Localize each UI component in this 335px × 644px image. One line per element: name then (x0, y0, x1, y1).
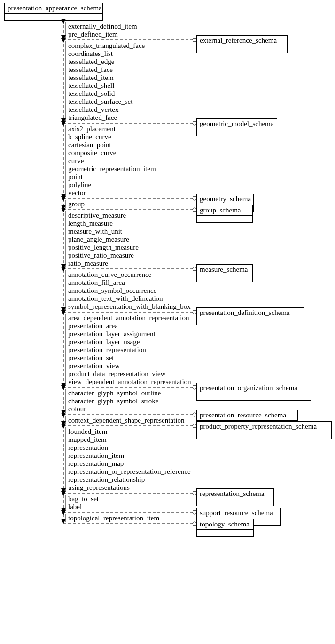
svg-marker-56 (61, 510, 66, 515)
import-item: representation (68, 444, 191, 452)
import-item: plane_angle_measure (68, 236, 139, 243)
import-item: area_dependent_annotation_representation (68, 314, 191, 322)
target-schema-box: topology_schema (196, 519, 254, 537)
import-item: tessellated_surface_set (68, 98, 145, 106)
import-item-list: character_glyph_symbol_outlinecharacter_… (68, 389, 161, 413)
target-schema-title: geometry_schema (197, 194, 253, 204)
import-item: composite_curve (68, 149, 156, 157)
target-schema-title: group_schema (197, 205, 252, 216)
svg-point-49 (193, 491, 196, 495)
import-item: view_dependent_annotation_representation (68, 378, 191, 386)
import-item-list: founded_itemmapped_itemrepresentationrep… (68, 428, 191, 492)
import-item: representation_item (68, 452, 191, 460)
import-item: representation_relationship (68, 476, 191, 484)
target-schema-title: measure_schema (197, 265, 252, 275)
import-item: measure_with_unit (68, 228, 139, 236)
target-schema-title: support_resource_schema (197, 508, 280, 518)
import-item: tessellated_shell (68, 82, 145, 90)
svg-marker-40 (61, 410, 66, 415)
import-item: presentation_view (68, 362, 191, 370)
target-schema-box: external_reference_schema (196, 35, 288, 53)
svg-marker-20 (61, 205, 66, 210)
import-item: pre_defined_item (68, 31, 137, 39)
svg-point-59 (193, 522, 196, 526)
import-item-list: axis2_placementb_spline_curvecartesian_p… (68, 125, 156, 197)
target-schema-title: topology_schema (197, 519, 253, 530)
target-schema-title: presentation_organization_schema (197, 383, 311, 393)
import-item: positive_ratio_measure (68, 251, 139, 259)
import-item: length_measure (68, 220, 139, 228)
svg-marker-6 (61, 38, 66, 43)
import-item: triangulated_face (68, 114, 145, 122)
import-item: positive_length_measure (68, 243, 139, 251)
import-item: topological_representation_item (68, 514, 159, 522)
import-item-list: complex_triangulated_facecoordinates_lis… (68, 42, 145, 122)
svg-marker-31 (61, 310, 66, 315)
target-schema-title: external_reference_schema (197, 36, 287, 46)
import-item: tessellated_solid (68, 90, 145, 98)
import-item-list: bag_to_setlabel (68, 495, 99, 511)
import-item: representation_or_representation_referen… (68, 468, 191, 476)
import-item: cartesian_point (68, 141, 156, 149)
svg-point-34 (193, 385, 196, 389)
import-item: point (68, 173, 156, 181)
svg-marker-41 (61, 413, 66, 417)
svg-point-4 (193, 38, 196, 42)
import-item: presentation_layer_assignment (68, 330, 191, 338)
svg-point-14 (193, 196, 196, 200)
import-item: representation_map (68, 460, 191, 468)
import-item: presentation_layer_usage (68, 338, 191, 346)
target-schema-title: representation_schema (197, 489, 273, 499)
svg-point-29 (193, 310, 196, 314)
import-item: tessellated_face (68, 66, 145, 74)
svg-point-54 (193, 510, 196, 514)
import-item: context_dependent_shape_representation (68, 416, 184, 424)
import-item: annotation_curve_occurrence (68, 271, 191, 279)
import-item: vector (68, 189, 156, 197)
import-item: polyline (68, 181, 156, 189)
svg-marker-11 (61, 121, 66, 126)
svg-marker-16 (61, 196, 66, 201)
import-item: b_spline_curve (68, 133, 156, 141)
target-schema-box: product_property_representation_schema (196, 421, 332, 439)
import-item: descriptive_measure (68, 212, 139, 220)
svg-marker-55 (61, 508, 66, 512)
target-schema-title: presentation_resource_schema (197, 410, 297, 421)
import-item: group (68, 200, 85, 208)
target-schema-title: presentation_definition_schema (197, 308, 304, 318)
target-schema-title: geometric_model_schema (197, 119, 277, 129)
svg-marker-60 (61, 519, 66, 524)
source-schema-title: presentation_appearance_schema (5, 3, 102, 14)
svg-marker-35 (61, 383, 66, 387)
import-item-list: annotation_curve_occurrenceannotation_fi… (68, 271, 191, 311)
svg-marker-25 (61, 264, 66, 269)
import-item-list: area_dependent_annotation_representation… (68, 314, 191, 386)
svg-marker-30 (61, 307, 66, 312)
import-item: product_data_representation_view (68, 370, 191, 378)
import-item: presentation_representation (68, 346, 191, 354)
import-item: annotation_text_with_delineation (68, 295, 191, 303)
import-item: tessellated_edge (68, 58, 145, 66)
import-item: tessellated_item (68, 74, 145, 82)
import-item: externally_defined_item (68, 23, 137, 31)
svg-marker-45 (61, 421, 66, 426)
target-schema-title: product_property_representation_schema (197, 422, 331, 432)
svg-marker-50 (61, 488, 66, 493)
import-item: annotation_symbol_occurrence (68, 287, 191, 295)
svg-point-19 (193, 208, 196, 212)
svg-point-39 (193, 413, 196, 416)
import-item: character_glyph_symbol_stroke (68, 397, 161, 405)
import-item: label (68, 503, 99, 511)
import-item: presentation_area (68, 322, 191, 330)
import-item-list: descriptive_measurelength_measuremeasure… (68, 212, 139, 267)
import-item: complex_triangulated_face (68, 42, 145, 50)
svg-marker-46 (61, 424, 66, 429)
svg-point-44 (193, 424, 196, 428)
import-item: coordinates_list (68, 50, 145, 58)
svg-marker-21 (61, 208, 66, 212)
import-item: ratio_measure (68, 259, 139, 267)
svg-marker-15 (61, 194, 66, 198)
import-item: symbol_representation_with_blanking_box (68, 303, 191, 311)
svg-marker-5 (61, 35, 66, 40)
import-item: curve (68, 157, 156, 165)
